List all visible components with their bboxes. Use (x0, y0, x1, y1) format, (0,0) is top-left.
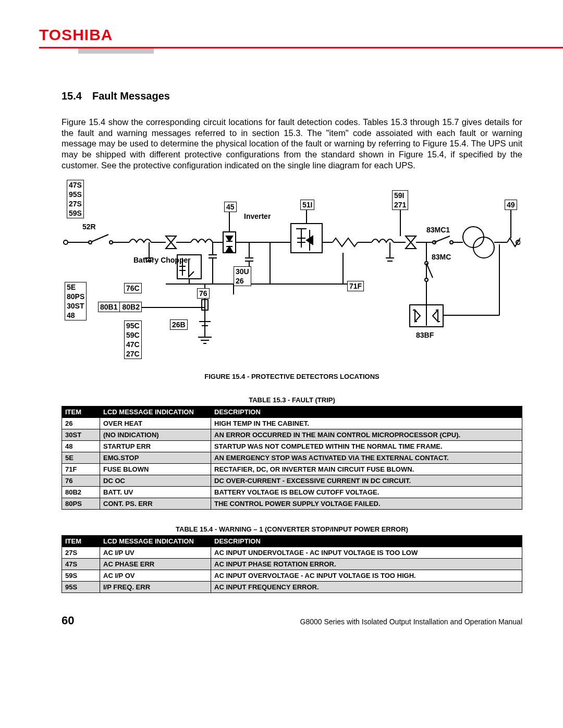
table-cell: AC input frequency error. (211, 582, 522, 593)
page-footer: 60 G8000 Series with Isolated Output Ins… (0, 593, 563, 643)
table1-header-msg: LCD MESSAGE INDICATION (100, 406, 211, 418)
table-row: 30ST(No indication)An error occurred in … (62, 429, 522, 441)
table-row: 27SAC I/P UVAC input undervoltage - AC i… (62, 547, 522, 559)
table-row: 80B2Batt. UVBattery voltage is below cut… (62, 487, 522, 498)
table-row: 59SAC I/P OVAC input overvoltage - AC in… (62, 570, 522, 582)
table-row: 80PSCont. PS. ErrThe control power suppl… (62, 498, 522, 510)
box-51i: 51I (300, 200, 314, 210)
table-row: 76DC OCDC over-current - excessive curre… (62, 475, 522, 487)
table-cell: 95S (62, 582, 100, 593)
box-5e-stack: 5E 80PS 30ST 48 (65, 282, 87, 320)
label-battery-chopper: Battery Chopper (133, 256, 191, 264)
svg-point-0 (64, 240, 68, 244)
table-cell: The control power supply voltage failed. (211, 498, 522, 510)
table-cell: Startup Err (100, 441, 211, 452)
label-inverter: Inverter (244, 212, 271, 220)
table-row: 71FFuse BlownRectafier, DC, or inverter … (62, 464, 522, 475)
table2-header-msg: LCD MESSAGE INDICATION (100, 536, 211, 547)
table-cell: 80PS (62, 498, 100, 510)
table1-header-desc: DESCRIPTION (211, 406, 522, 418)
box-80b: 80B1 80B2 (98, 302, 142, 312)
label-83mc: 83MC (432, 253, 451, 261)
table-cell: Rectafier, DC, or inverter main circuit … (211, 464, 522, 475)
box-59i-stack: 59I 271 (392, 190, 408, 210)
table-cell: Over Heat (100, 418, 211, 429)
box-26b: 26B (170, 319, 188, 330)
table-cell: An emergency stop was activated via the … (211, 452, 522, 464)
box-95c-stack: 95C 59C 47C 27C (124, 320, 142, 359)
table-row: 48Startup ErrStartup was not completed w… (62, 441, 522, 452)
table-cell: Fuse Blown (100, 464, 211, 475)
table-cell: AC input undervoltage - AC input voltage… (211, 547, 522, 559)
page-number: 60 (62, 614, 74, 627)
svg-line-25 (434, 236, 450, 242)
box-76: 76 (197, 288, 210, 299)
figure-caption: FIGURE 15.4 - PROTECTIVE DETECTORS LOCAT… (62, 373, 522, 380)
grey-rule (78, 48, 154, 54)
section-heading: 15.4Fault Messages (62, 90, 522, 102)
svg-point-35 (425, 278, 428, 281)
svg-line-34 (426, 263, 433, 278)
box-45: 45 (224, 202, 237, 212)
table-cell: 59S (62, 570, 100, 582)
svg-point-4 (109, 241, 113, 244)
table-cell: (No indication) (100, 429, 211, 441)
footer-title: G8000 Series with Isolated Output Instal… (300, 618, 522, 626)
table-cell: Battery voltage is below cutoff voltage. (211, 487, 522, 498)
table-cell: I/P Freq. Err (100, 582, 211, 593)
table2-header-item: ITEM (62, 536, 100, 547)
body-paragraph: Figure 15.4 show the corresponding circu… (62, 117, 522, 170)
svg-line-2 (90, 235, 108, 242)
table-cell: 80B2 (62, 487, 100, 498)
box-71f: 71F (347, 281, 364, 291)
table-cell: 26 (62, 418, 100, 429)
table-cell: An error occurred in the main control mi… (211, 429, 522, 441)
table-cell: DC over-current - excessive current in D… (211, 475, 522, 487)
page-header: TOSHIBA (0, 0, 563, 54)
table-cell: Cont. PS. Err (100, 498, 211, 510)
table-cell: DC OC (100, 475, 211, 487)
table-cell: AC Phase Err (100, 559, 211, 570)
table-row: 26Over HeatHigh temp in the cabinet. (62, 418, 522, 429)
svg-rect-19 (291, 224, 322, 253)
table-cell: Startup was not completed within the nor… (211, 441, 522, 452)
table-row: 5EEmg.StopAn emergency stop was activate… (62, 452, 522, 464)
box-76c: 76C (124, 283, 142, 293)
table-cell: AC I/P OV (100, 570, 211, 582)
table-cell: 27S (62, 547, 100, 559)
brand-logo: TOSHIBA (39, 26, 563, 44)
table-cell: 71F (62, 464, 100, 475)
table-cell: AC input phase rotation error. (211, 559, 522, 570)
table-cell: 47S (62, 559, 100, 570)
table-cell: 76 (62, 475, 100, 487)
table-cell: AC I/P UV (100, 547, 211, 559)
box-47s-stack: 47S 95S 27S 59S (67, 180, 84, 218)
table-row: 47SAC Phase ErrAC input phase rotation e… (62, 559, 522, 570)
figure-15-4: 47S 95S 27S 59S 52R 45 Inverter 51I 59I … (62, 180, 520, 367)
table1-header-item: ITEM (62, 406, 100, 418)
table-cell: AC input overvoltage - AC input voltage … (211, 570, 522, 582)
table1-caption: TABLE 15.3 - FAULT (TRIP) (62, 396, 522, 404)
box-30u-stack: 30U 26 (234, 266, 251, 286)
label-83bf: 83BF (416, 331, 434, 339)
table-cell: 30ST (62, 429, 100, 441)
table2-header-desc: DESCRIPTION (211, 536, 522, 547)
label-83mc1: 83MC1 (426, 226, 450, 234)
table-cell: High temp in the cabinet. (211, 418, 522, 429)
table-cell: 48 (62, 441, 100, 452)
table-15-3: ITEM LCD MESSAGE INDICATION DESCRIPTION … (62, 406, 522, 510)
section-title: Fault Messages (92, 90, 170, 102)
table-cell: Emg.Stop (100, 452, 211, 464)
table-15-4: ITEM LCD MESSAGE INDICATION DESCRIPTION … (62, 535, 522, 593)
svg-point-3 (89, 241, 92, 244)
table2-caption: TABLE 15.4 - WARNING – 1 (CONVERTER STOP… (62, 525, 522, 533)
label-52r: 52R (82, 223, 96, 231)
table-cell: Batt. UV (100, 487, 211, 498)
table-cell: 5E (62, 452, 100, 464)
table-row: 95SI/P Freq. ErrAC input frequency error… (62, 582, 522, 593)
section-number: 15.4 (62, 90, 82, 102)
box-49: 49 (505, 200, 517, 210)
svg-point-26 (450, 241, 453, 244)
